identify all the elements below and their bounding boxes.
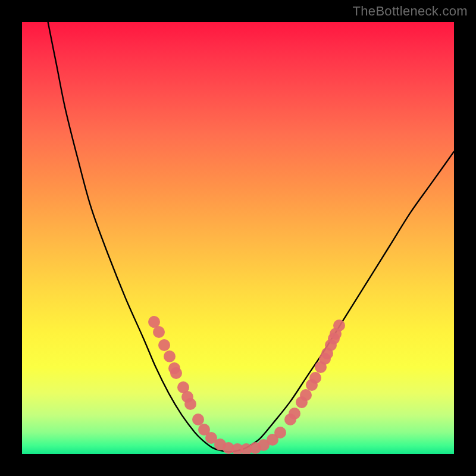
data-point-marker: [184, 398, 196, 410]
data-point-marker: [309, 372, 321, 384]
chart-frame: TheBottleneck.com: [0, 0, 476, 476]
data-point-marker: [300, 389, 312, 401]
data-point-marker: [274, 427, 286, 439]
data-point-marker: [153, 326, 165, 338]
data-point-marker: [170, 367, 182, 379]
data-point-marker: [333, 320, 345, 331]
data-point-marker: [192, 414, 204, 425]
data-point-marker: [158, 339, 170, 351]
marker-layer: [22, 22, 454, 454]
data-point-marker: [148, 316, 160, 328]
data-point-marker: [164, 350, 176, 362]
plot-area: [22, 22, 454, 454]
data-point-marker: [289, 408, 300, 419]
watermark-text: TheBottleneck.com: [353, 4, 468, 19]
